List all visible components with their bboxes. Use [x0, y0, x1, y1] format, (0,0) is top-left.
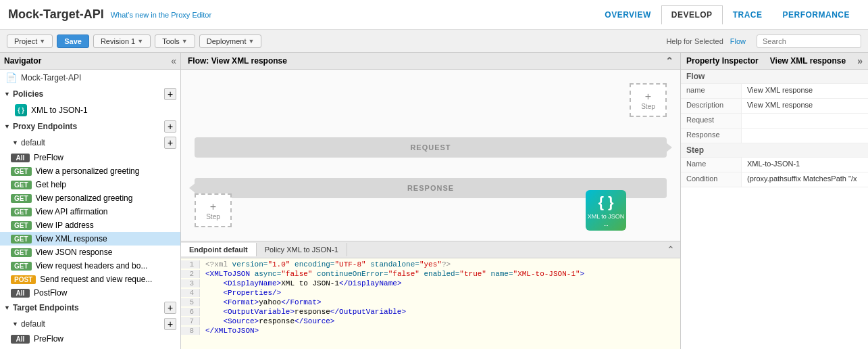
- flow-view-personalized[interactable]: GET View personalized greeting: [0, 191, 180, 205]
- request-arrow: REQUEST: [195, 137, 667, 158]
- badge-get-1: GET: [11, 181, 32, 189]
- code-content-2: <XMLToJSON async="false" continueOnError…: [205, 270, 680, 278]
- line-num-1: 1: [181, 260, 200, 269]
- right-panel: Property Inspector View XML response » F…: [680, 53, 868, 349]
- tab-policy-xml[interactable]: Policy XML to JSON-1: [257, 243, 347, 256]
- tab-endpoint-default[interactable]: Endpoint default: [181, 243, 257, 256]
- target-endpoints-section[interactable]: ▼ Target Endpoints +: [0, 300, 180, 316]
- flow-preflow[interactable]: All PreFlow: [0, 151, 180, 164]
- proxy-endpoints-add-button[interactable]: +: [164, 120, 176, 133]
- flow-label-7: View request headers and bo...: [36, 261, 148, 271]
- line-num-6: 6: [181, 308, 200, 316]
- proxy-triangle: ▼: [4, 123, 10, 130]
- tab-develop[interactable]: DEVELOP: [661, 5, 723, 24]
- tools-dropdown-arrow: ▼: [182, 38, 188, 45]
- flow-get-help[interactable]: GET Get help: [0, 178, 180, 191]
- tab-trace[interactable]: TRACE: [723, 5, 773, 24]
- line-num-2: 2: [181, 270, 200, 278]
- prop-key-name: name: [681, 84, 742, 98]
- badge-all-target: All: [11, 335, 30, 344]
- prop-key-description: Description: [681, 99, 742, 113]
- save-button[interactable]: Save: [57, 34, 89, 48]
- badge-get-5: GET: [11, 235, 32, 243]
- prop-val-description: View XML response: [742, 99, 868, 113]
- flow-label-9: PostFlow: [34, 288, 67, 298]
- bottom-expand-icon[interactable]: ⌃: [661, 241, 680, 258]
- badge-get-2: GET: [11, 194, 32, 203]
- prop-val-condition: (proxy.pathsuffix MatchesPath "/x: [742, 172, 868, 187]
- prop-key-step-name: Name: [681, 158, 742, 172]
- prop-key-condition: Condition: [681, 172, 742, 187]
- line-num-5: 5: [181, 298, 200, 306]
- revision-dropdown[interactable]: Revision 1 ▼: [93, 34, 151, 48]
- property-inspector-title: Property Inspector: [686, 56, 759, 66]
- app-title: Mock-Target-API: [8, 7, 104, 22]
- deployment-dropdown[interactable]: Deployment ▼: [199, 34, 262, 48]
- flow-header: Flow: View XML response ⌃: [181, 53, 680, 70]
- project-dropdown-arrow: ▼: [39, 38, 45, 45]
- step-box-bottom[interactable]: + Step: [195, 193, 232, 227]
- code-line-2: 2 <XMLToJSON async="false" continueOnErr…: [181, 269, 680, 279]
- target-preflow[interactable]: All PreFlow: [0, 332, 180, 346]
- flow-label-5: View XML response: [36, 234, 107, 243]
- whats-new-link[interactable]: What's new in the Proxy Editor: [111, 11, 211, 19]
- policy-xml-icon: { }: [15, 104, 27, 116]
- badge-all-preflow: All: [11, 154, 30, 162]
- flow-view-ip[interactable]: GET View IP address: [0, 218, 180, 232]
- line-num-4: 4: [181, 289, 200, 297]
- tools-dropdown[interactable]: Tools ▼: [155, 34, 195, 48]
- flow-label-8: Send request and view reque...: [40, 275, 152, 284]
- request-label: REQUEST: [410, 143, 451, 152]
- line-num-7: 7: [181, 317, 200, 325]
- prop-row-step-name: Name XML-to-JSON-1: [681, 158, 868, 172]
- code-content-1: <?xml version="1.0" encoding="UTF-8" sta…: [205, 260, 680, 269]
- flow-label-4: View IP address: [36, 220, 94, 230]
- flow-view-headers[interactable]: GET View request headers and bo...: [0, 259, 180, 273]
- proxy-endpoints-section[interactable]: ▼ Proxy Endpoints +: [0, 118, 180, 135]
- prop-row-description: Description View XML response: [681, 99, 868, 114]
- right-panel-header: Property Inspector View XML response »: [681, 53, 868, 70]
- flow-send-request[interactable]: POST Send request and view reque...: [0, 273, 180, 286]
- line-num-8: 8: [181, 327, 200, 335]
- prop-val-request: [742, 114, 868, 128]
- policies-add-button[interactable]: +: [164, 88, 176, 100]
- sidebar-collapse-button[interactable]: «: [171, 55, 176, 66]
- flow-preflow-label: PreFlow: [34, 153, 63, 162]
- flow-view-json[interactable]: GET View JSON response: [0, 246, 180, 259]
- project-dropdown[interactable]: Project ▼: [7, 34, 53, 48]
- target-default-header[interactable]: ▼ default +: [0, 316, 180, 332]
- default-endpoint-header[interactable]: ▼ default +: [0, 135, 180, 151]
- revision-dropdown-arrow: ▼: [137, 38, 143, 45]
- prop-val-name: View XML response: [742, 84, 868, 98]
- flow-postflow[interactable]: All PostFlow: [0, 286, 180, 300]
- step-label-top: Step: [641, 103, 655, 110]
- policies-section-header[interactable]: ▼ Policies +: [0, 86, 180, 102]
- sidebar-root-item[interactable]: 📄 Mock-Target-API: [0, 70, 180, 86]
- badge-get-7: GET: [11, 262, 32, 271]
- policy-xml-to-json[interactable]: { } XML to JSON-1: [0, 102, 180, 118]
- right-expand-icon[interactable]: »: [857, 55, 863, 66]
- search-input[interactable]: [757, 34, 861, 48]
- flow-view-affirmation[interactable]: GET View API affirmation: [0, 205, 180, 218]
- tab-overview[interactable]: OVERVIEW: [594, 5, 661, 24]
- target-endpoints-add-button[interactable]: +: [164, 302, 176, 314]
- flow-expand-icon[interactable]: ⌃: [665, 55, 673, 66]
- flow-canvas: + Step REQUEST RESPONSE + Step: [181, 70, 680, 241]
- code-content-3: <DisplayName>XML to JSON-1</DisplayName>: [205, 279, 680, 287]
- prop-val-response: [742, 129, 868, 143]
- badge-get-3: GET: [11, 208, 32, 216]
- code-content-4: <Properties/>: [205, 289, 680, 297]
- tab-performance[interactable]: PERFORMANCE: [772, 5, 860, 24]
- prop-row-response: Response: [681, 129, 868, 143]
- default-endpoint-label: default: [21, 138, 45, 147]
- flow-label-1: Get help: [36, 180, 66, 189]
- flow-view-xml[interactable]: GET View XML response: [0, 232, 180, 246]
- policy-node[interactable]: { } XML to JSON ...: [586, 190, 626, 231]
- badge-get-6: GET: [11, 248, 32, 257]
- target-default-add-button[interactable]: +: [164, 318, 176, 330]
- flow-personalized-greeting[interactable]: GET View a personalized greeting: [0, 164, 180, 178]
- flow-link[interactable]: Flow: [730, 37, 746, 45]
- sidebar-header: Navigator «: [0, 53, 180, 70]
- step-box-top[interactable]: + Step: [630, 83, 667, 117]
- default-add-button[interactable]: +: [164, 137, 176, 149]
